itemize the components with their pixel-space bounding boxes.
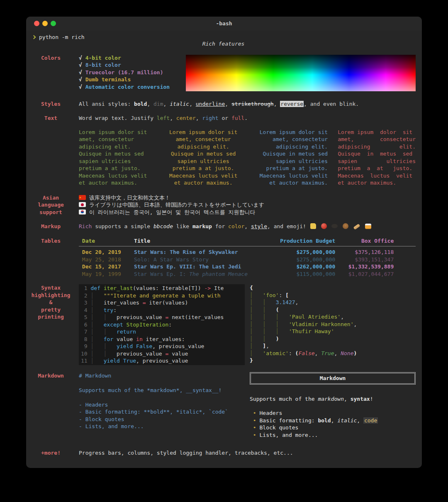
- asian-text: 该库支持中文，日文和韩文文本！ ライブラリは中国語、日本語、韓国語のテキストをサ…: [79, 194, 416, 216]
- window-title: -bash: [26, 17, 422, 31]
- section-label-markup: Markup: [31, 223, 71, 230]
- section-label-syntax: Syntax highlighting & pretty printing: [31, 284, 71, 321]
- shell-prompt: python -m rich: [31, 34, 416, 40]
- section-label-markdown: Markdown: [31, 372, 71, 380]
- lorem-right: Lorem ipsum dolor sitamet, consecteturad…: [251, 129, 328, 187]
- asian-line-korean: 이 라이브러리는 중국어, 일본어 및 한국어 텍스트를 지원합니다: [89, 209, 256, 215]
- asian-line-japanese: ライブラリは中国語、日本語、韓国語のテキストをサポートしています: [89, 202, 264, 208]
- lorem-full: Lorem ipsum dolor sitamet, consecteturad…: [338, 129, 416, 187]
- section-styles: Styles All ansi styles: bold, dim, itali…: [31, 100, 416, 108]
- section-text: Text Word wrap text. Justify left, cente…: [31, 115, 416, 187]
- section-syntax: Syntax highlighting & pretty printing 1 …: [31, 284, 416, 365]
- markdown-source: # Markdown Supports much of the *markdow…: [79, 372, 245, 439]
- lorem-columns: Lorem ipsum dolor sitamet, consecteturad…: [79, 129, 416, 187]
- section-asian: Asian language support 该库支持中文，日文和韩文文本！ ラ…: [31, 194, 416, 216]
- more-text: Progress bars, columns, styled logging h…: [79, 449, 416, 457]
- table-rows: Dec 20, 2019 Star Wars: The Rise of Skyw…: [79, 249, 416, 278]
- page-title: Rich features: [31, 40, 416, 48]
- section-label-tables: Tables: [31, 237, 71, 245]
- asian-line-chinese: 该库支持中文，日文和韩文文本！: [89, 195, 170, 201]
- pretty-print-panel: {│ 'foo': [│ │ 3.1427,│ │ (│ │ │ 'Paul A…: [250, 284, 416, 365]
- china-flag-icon: [79, 195, 86, 200]
- south-korea-flag-icon: [79, 210, 86, 214]
- prompt-chevron-icon: [32, 35, 36, 39]
- terminal-content: python -m rich Rich features Colors √ 4-…: [26, 31, 422, 468]
- window-controls: [34, 21, 56, 26]
- ansi-styles-line: All ansi styles: bold, dim, italic, unde…: [79, 100, 416, 108]
- color-spectrum: [186, 55, 416, 91]
- lorem-left: Lorem ipsum dolor sitamet, consecteturad…: [79, 129, 155, 187]
- table-header-rule: [79, 246, 416, 246]
- section-more: +more! Progress bars, columns, styled lo…: [31, 449, 416, 457]
- justify-line: Word wrap text. Justify left, center, ri…: [79, 115, 416, 122]
- markdown-rendered: Markdown Supports much of the markdown, …: [250, 372, 416, 439]
- code-editor-panel: 1 def iter_last(values: Iterable[T]) -> …: [79, 284, 245, 365]
- section-colors: Colors √ 4-bit color√ 8-bit color√ Truec…: [31, 54, 416, 91]
- section-label-colors: Colors: [31, 54, 71, 62]
- markdown-bullet-list: • Headers • Basic formatting: bold, ital…: [250, 409, 416, 439]
- minimize-button[interactable]: [42, 21, 48, 26]
- section-label-text: Text: [31, 115, 71, 122]
- section-label-styles: Styles: [31, 100, 71, 108]
- markdown-paragraph: Supports much of the markdown, syntax!: [250, 395, 416, 403]
- color-support-list: √ 4-bit color√ 8-bit color√ Truecolor (1…: [79, 54, 186, 91]
- section-label-more: +more!: [31, 449, 71, 457]
- section-markdown: Markdown # Markdown Supports much of the…: [31, 372, 416, 439]
- close-button[interactable]: [34, 21, 39, 26]
- section-tables: Tables Date Title Production Budget Box …: [31, 237, 416, 278]
- table-header-row: Date Title Production Budget Box Office: [79, 237, 416, 245]
- markdown-heading-box: Markdown: [250, 372, 416, 385]
- section-label-asian: Asian language support: [31, 194, 71, 216]
- section-markup: Markup Rich supports a simple bbcode lik…: [31, 223, 416, 230]
- markup-line: Rich supports a simple bbcode like marku…: [79, 223, 416, 230]
- zoom-button[interactable]: [51, 21, 56, 26]
- lorem-center: Lorem ipsum dolor sitamet, consecteturad…: [165, 129, 241, 187]
- titlebar: -bash: [26, 17, 422, 31]
- japan-flag-icon: [79, 202, 86, 207]
- terminal-window: -bash python -m rich Rich features Color…: [26, 17, 422, 468]
- command-text: python -m rich: [39, 34, 85, 40]
